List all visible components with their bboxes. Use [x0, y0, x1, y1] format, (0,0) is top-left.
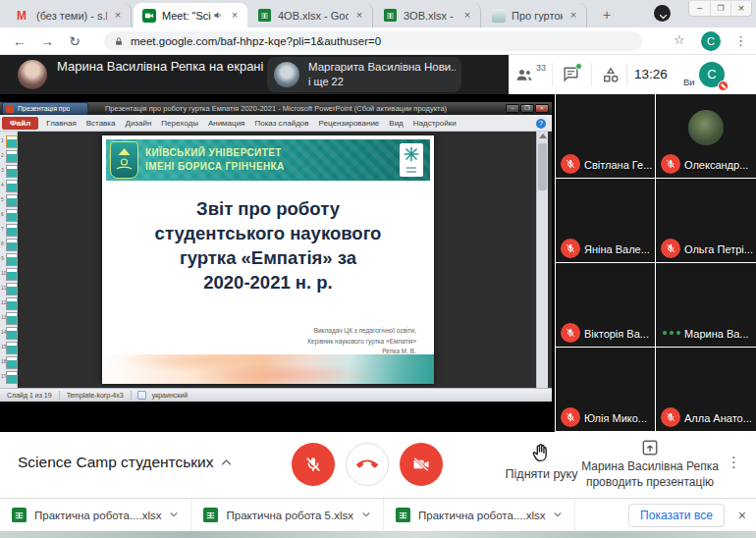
- participant-tile[interactable]: Вікторія Ва...: [556, 263, 655, 347]
- participant-tile-speaking[interactable]: Марина Ва...: [656, 263, 756, 347]
- browser-menu-icon[interactable]: [734, 31, 747, 51]
- other-participants-pill[interactable]: Маргарита Василівна Нови... і ще 22: [267, 57, 461, 92]
- media-control-icon[interactable]: [654, 5, 671, 22]
- ribbon-tab-file[interactable]: Файл: [2, 117, 38, 130]
- meeting-details-chevron-icon[interactable]: [220, 457, 233, 466]
- download-item[interactable]: Практична робота....xlsx: [0, 499, 191, 532]
- shared-screen: Презентація про роботу гуртка Емпатія 20…: [0, 94, 555, 432]
- ribbon-tab-view[interactable]: Вид: [384, 119, 407, 128]
- slide-number-status: Слайд 1 из 19: [0, 391, 60, 401]
- slide-header-banner: КИЇВСЬКИЙ УНІВЕРСИТЕТ ІМЕНІ БОРИСА ГРІНЧ…: [106, 139, 430, 181]
- download-file-name: Практична робота....xlsx: [418, 510, 545, 521]
- ribbon-tab-review[interactable]: Рецензирование: [314, 119, 385, 128]
- participant-name: Ольга Петрі...: [684, 243, 754, 255]
- ribbon-tab-addins[interactable]: Надстройки: [408, 119, 461, 128]
- tab-audio-icon[interactable]: [213, 10, 224, 21]
- bookmark-star-icon[interactable]: [674, 32, 685, 47]
- tab-sheets-3ob[interactable]: 3ОВ.xlsx - Google Т ×: [375, 3, 481, 27]
- participant-tile[interactable]: Алла Анато...: [656, 348, 756, 431]
- window-close-button[interactable]: [730, 1, 751, 16]
- spellcheck-icon: [137, 391, 146, 400]
- participant-name: Марина Ва...: [684, 328, 754, 340]
- new-tab-button[interactable]: [597, 6, 617, 26]
- url-text: meet.google.com/baf-hhpz-kqe?pli=1&authu…: [131, 35, 381, 47]
- help-icon[interactable]: [536, 119, 546, 129]
- tab-pro-gurtok[interactable]: Про гурток ×: [483, 3, 587, 27]
- template-name-status: Template-korp-4x3: [60, 391, 132, 401]
- tab-close-icon[interactable]: ×: [228, 9, 242, 23]
- forward-button[interactable]: →: [37, 31, 57, 51]
- presenting-icon: [640, 438, 660, 457]
- tab-close-icon[interactable]: ×: [352, 9, 366, 23]
- activities-icon[interactable]: [601, 65, 621, 84]
- downloads-bar: Практична робота....xlsx Практична робот…: [0, 498, 756, 531]
- tab-title: (без теми) - s.krav: [36, 10, 107, 22]
- ribbon-tab-slideshow[interactable]: Показ слайдов: [249, 119, 313, 128]
- tab-gmail[interactable]: M (без теми) - s.krav ×: [8, 3, 132, 27]
- ppt-scrollbar[interactable]: [536, 132, 548, 388]
- speaking-indicator-icon: [663, 331, 680, 335]
- leave-call-button[interactable]: [346, 443, 389, 486]
- participants-icon[interactable]: [514, 65, 534, 84]
- lock-icon[interactable]: [114, 36, 124, 47]
- camera-off-button[interactable]: [400, 443, 443, 486]
- back-button[interactable]: ←: [10, 31, 29, 51]
- meet-icon: [142, 9, 156, 23]
- tab-close-icon[interactable]: ×: [567, 9, 580, 23]
- chat-icon[interactable]: [562, 65, 580, 83]
- downloads-bar-close-icon[interactable]: [738, 508, 746, 523]
- tab-close-icon[interactable]: ×: [111, 9, 125, 23]
- participant-tile[interactable]: Яніна Вале...: [556, 179, 655, 262]
- download-item[interactable]: Практична робота 5.xlsx: [191, 499, 384, 532]
- page-icon: [492, 9, 506, 23]
- raise-hand-label[interactable]: Підняти руку: [495, 467, 588, 481]
- ppt-restore-button[interactable]: ❐: [520, 104, 534, 113]
- ribbon-tab-insert[interactable]: Вставка: [81, 119, 121, 128]
- ppt-close-button[interactable]: ×: [535, 104, 549, 113]
- xlsx-file-icon: [396, 508, 410, 522]
- scrollbar-thumb[interactable]: [538, 143, 547, 190]
- tab-title: Meet: "Science: [162, 10, 211, 22]
- slide-title: Звіт про роботу студентського наукового …: [112, 196, 424, 295]
- tab-title: 3ОВ.xlsx - Google Т: [404, 10, 457, 22]
- participant-tile[interactable]: Юлія Мико...: [556, 348, 655, 431]
- meet-header: Марина Василівна Репка на екрані Маргари…: [0, 55, 756, 94]
- window-maximize-button[interactable]: [710, 1, 730, 16]
- tab-close-icon[interactable]: ×: [460, 9, 474, 23]
- slide-thumbnails-panel[interactable]: [0, 132, 18, 388]
- university-name: КИЇВСЬКИЙ УНІВЕРСИТЕТ ІМЕНІ БОРИСА ГРІНЧ…: [145, 146, 285, 174]
- powerpoint-app-icon: [6, 105, 14, 113]
- participant-tile[interactable]: Ольга Петрі...: [656, 179, 756, 262]
- participants-count: 33: [536, 63, 546, 73]
- muted-mic-icon: [661, 407, 680, 427]
- scroll-up-arrow[interactable]: [539, 134, 547, 138]
- participant-tile[interactable]: Олександр...: [656, 94, 756, 178]
- ribbon-tab-design[interactable]: Дизайн: [120, 119, 156, 128]
- participant-name: Алла Анато...: [684, 412, 754, 424]
- more-options-icon[interactable]: [727, 454, 741, 471]
- download-item[interactable]: Практична робота....xlsx: [384, 499, 575, 532]
- university-logo: [110, 141, 138, 179]
- mute-microphone-button[interactable]: [292, 443, 335, 486]
- presenter-on-screen-label: Марина Василівна Репка на екрані: [57, 58, 265, 75]
- address-bar[interactable]: meet.google.com/baf-hhpz-kqe?pli=1&authu…: [104, 31, 642, 51]
- sheets-icon: [258, 9, 272, 23]
- reload-button[interactable]: ↻: [65, 31, 84, 51]
- raise-hand-icon[interactable]: [530, 441, 552, 464]
- presenting-status-text: Марина Василівна Репка проводить презент…: [579, 459, 721, 490]
- ribbon-tab-home[interactable]: Главная: [41, 119, 81, 128]
- divider: [591, 63, 592, 86]
- language-status: украинский: [150, 391, 195, 401]
- muted-mic-icon: [561, 154, 580, 174]
- show-all-downloads-button[interactable]: Показати все: [628, 504, 725, 527]
- window-minimize-button[interactable]: [689, 1, 710, 16]
- ppt-minimize-button[interactable]: –: [506, 104, 519, 113]
- browser-profile-avatar[interactable]: C: [701, 31, 721, 51]
- tab-meet-active[interactable]: Meet: "Science ×: [134, 3, 247, 27]
- download-menu-chevron-icon: [169, 511, 179, 518]
- participant-tile[interactable]: Світлана Ге...: [556, 94, 655, 178]
- presenting-window-label-text: Презентація про: [18, 105, 70, 112]
- ribbon-tab-transitions[interactable]: Переходы: [156, 119, 203, 128]
- ribbon-tab-animations[interactable]: Анимация: [203, 119, 250, 128]
- tab-sheets-4ob[interactable]: 4ОВ.xlsx - Google Т ×: [249, 3, 373, 27]
